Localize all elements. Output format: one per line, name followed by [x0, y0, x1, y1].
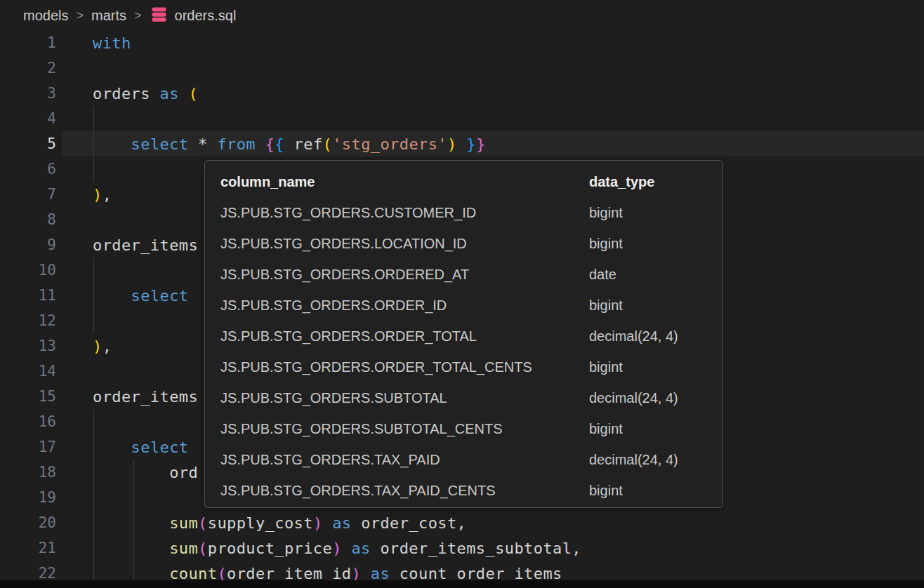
column-metadata-tooltip: column_name data_type JS.PUB.STG_ORDERS.…	[204, 160, 723, 508]
line-number: 6	[0, 161, 56, 178]
line-number: 16	[0, 413, 56, 430]
data-type-cell: bigint	[589, 359, 722, 375]
line-number: 15	[0, 388, 56, 405]
code-line[interactable]: 21 sum(product_price) as order_items_sub…	[0, 535, 924, 561]
bottom-panel-edge	[0, 580, 924, 588]
line-number: 21	[0, 540, 56, 556]
code-line[interactable]: 1with	[0, 32, 924, 55]
line-number: 14	[0, 363, 56, 380]
line-number: 3	[0, 85, 56, 102]
column-name-cell: JS.PUB.STG_ORDERS.SUBTOTAL	[220, 390, 589, 406]
column-name-cell: JS.PUB.STG_ORDERS.ORDER_ID	[220, 298, 589, 314]
breadcrumb-item-file[interactable]: orders.sql	[175, 8, 237, 24]
table-row: JS.PUB.STG_ORDERS.SUBTOTAL_CENTSbigint	[205, 413, 722, 444]
line-number: 18	[0, 464, 56, 481]
code-text: ord	[56, 464, 198, 481]
breadcrumb-item-models[interactable]: models	[23, 8, 68, 24]
data-type-cell: bigint	[589, 421, 722, 437]
data-type-cell: date	[589, 267, 722, 283]
chevron-right-icon: >	[134, 8, 142, 23]
column-name-cell: JS.PUB.STG_ORDERS.TAX_PAID	[220, 452, 589, 468]
column-name-cell: JS.PUB.STG_ORDERS.CUSTOMER_ID	[220, 205, 589, 221]
code-line[interactable]: 5 select * from {{ ref('stg_orders') }}	[0, 131, 924, 156]
editor-window: models > marts > orders.sql 1with23order…	[0, 0, 924, 588]
breadcrumb: models > marts > orders.sql	[0, 0, 924, 32]
code-text: with	[56, 34, 131, 52]
table-row: JS.PUB.STG_ORDERS.CUSTOMER_IDbigint	[205, 197, 722, 228]
line-number: 12	[0, 312, 56, 329]
table-row: JS.PUB.STG_ORDERS.ORDERED_ATdate	[205, 259, 722, 290]
table-row: JS.PUB.STG_ORDERS.LOCATION_IDbigint	[205, 228, 722, 259]
data-type-cell: bigint	[589, 483, 722, 499]
column-name-cell: JS.PUB.STG_ORDERS.TAX_PAID_CENTS	[220, 483, 589, 499]
code-text: count(order_item_id) as count_order_item…	[56, 565, 562, 581]
table-row: JS.PUB.STG_ORDERS.ORDER_TOTALdecimal(24,…	[205, 321, 722, 352]
code-text: ),	[56, 338, 112, 355]
code-line[interactable]: 2	[0, 55, 924, 81]
code-text: sum(supply_cost) as order_cost,	[56, 514, 466, 532]
line-number: 19	[0, 489, 56, 506]
code-text: order_items	[56, 388, 198, 406]
data-type-cell: decimal(24, 4)	[589, 328, 722, 345]
line-number: 1	[0, 34, 56, 51]
column-name-header: column_name	[220, 174, 589, 190]
table-row: JS.PUB.STG_ORDERS.TAX_PAIDdecimal(24, 4)	[205, 444, 722, 475]
column-name-cell: JS.PUB.STG_ORDERS.ORDERED_AT	[220, 267, 589, 283]
column-name-cell: JS.PUB.STG_ORDERS.SUBTOTAL_CENTS	[220, 421, 589, 437]
code-line[interactable]: 22 count(order_item_id) as count_order_i…	[0, 561, 924, 580]
line-number: 11	[0, 287, 56, 304]
code-text: select	[56, 287, 188, 305]
column-name-cell: JS.PUB.STG_ORDERS.LOCATION_ID	[220, 236, 589, 252]
data-type-cell: bigint	[589, 236, 722, 252]
table-row: JS.PUB.STG_ORDERS.SUBTOTALdecimal(24, 4)	[205, 382, 722, 413]
line-number: 20	[0, 514, 56, 531]
code-line[interactable]: 4	[0, 106, 924, 131]
data-type-cell: bigint	[589, 298, 722, 314]
code-text: orders as (	[56, 85, 198, 102]
table-row: JS.PUB.STG_ORDERS.ORDER_TOTAL_CENTSbigin…	[205, 352, 722, 382]
code-text: order_items	[56, 236, 198, 254]
line-number: 7	[0, 186, 56, 203]
code-line[interactable]: 3orders as (	[0, 81, 924, 106]
tooltip-header-row: column_name data_type	[205, 166, 722, 197]
data-type-cell: bigint	[589, 205, 722, 221]
line-number: 2	[0, 60, 56, 76]
line-number: 5	[0, 135, 56, 152]
code-text: sum(product_price) as order_items_subtot…	[56, 540, 581, 557]
tooltip-body: JS.PUB.STG_ORDERS.CUSTOMER_IDbigintJS.PU…	[205, 197, 722, 506]
breadcrumb-item-marts[interactable]: marts	[91, 8, 126, 24]
data-type-header: data_type	[589, 174, 722, 190]
line-number: 13	[0, 338, 56, 354]
code-text: ),	[56, 186, 112, 203]
chevron-right-icon: >	[76, 8, 84, 23]
table-row: JS.PUB.STG_ORDERS.TAX_PAID_CENTSbigint	[205, 475, 722, 506]
code-text: select	[56, 439, 188, 456]
line-number: 9	[0, 236, 56, 253]
data-type-cell: decimal(24, 4)	[589, 452, 722, 468]
column-name-cell: JS.PUB.STG_ORDERS.ORDER_TOTAL_CENTS	[220, 359, 589, 375]
code-text: select * from {{ ref('stg_orders') }}	[56, 135, 486, 153]
code-line[interactable]: 20 sum(supply_cost) as order_cost,	[0, 510, 924, 535]
column-name-cell: JS.PUB.STG_ORDERS.ORDER_TOTAL	[220, 328, 589, 345]
database-icon	[150, 5, 169, 27]
table-row: JS.PUB.STG_ORDERS.ORDER_IDbigint	[205, 290, 722, 321]
line-number: 10	[0, 262, 56, 279]
line-number: 22	[0, 565, 56, 580]
line-number: 8	[0, 211, 56, 228]
data-type-cell: decimal(24, 4)	[589, 390, 722, 406]
line-number: 17	[0, 439, 56, 455]
line-number: 4	[0, 110, 56, 127]
